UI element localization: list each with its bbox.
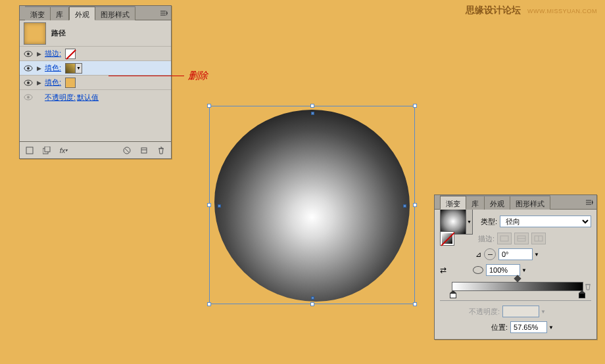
tab-appearance[interactable]: 外观 — [485, 196, 510, 210]
stroke-swatch[interactable] — [440, 231, 454, 246]
gradient-type-select[interactable]: 径向 — [500, 216, 591, 227]
path-thumbnail — [24, 22, 46, 45]
stroke-mode-3-icon — [531, 233, 546, 244]
stop-opacity-row: 不透明度: ▼ — [440, 304, 591, 319]
delete-stop-icon[interactable] — [584, 283, 592, 290]
gradient-ramp[interactable] — [452, 282, 583, 291]
stroke-label: 描边: — [478, 234, 495, 244]
layers-icon[interactable] — [41, 145, 53, 156]
visibility-icon[interactable] — [22, 51, 34, 57]
dropdown-icon: ▼ — [541, 309, 546, 315]
stroke-mode-1-icon — [497, 233, 512, 244]
stroke-mode-2-icon — [514, 233, 529, 244]
aspect-icon — [473, 266, 483, 274]
anchor-point[interactable] — [311, 296, 314, 300]
appearance-header-row: 路径 — [20, 20, 171, 47]
tab-gradient[interactable]: 渐变 — [440, 196, 466, 210]
fill-row-selected[interactable]: ▶ 填色: ▼ — [20, 61, 171, 76]
panel-menu-icon[interactable] — [582, 195, 596, 209]
new-art-icon[interactable] — [24, 145, 36, 156]
tab-library[interactable]: 库 — [466, 196, 485, 210]
panel-menu-icon[interactable] — [157, 6, 171, 20]
aspect-input[interactable] — [486, 264, 520, 276]
tab-graphic-styles[interactable]: 图形样式 — [510, 196, 550, 210]
fill-label[interactable]: 填色: — [45, 63, 61, 73]
resize-handle[interactable] — [413, 104, 417, 108]
visibility-icon[interactable] — [22, 65, 34, 72]
anchor-point[interactable] — [311, 112, 314, 115]
svg-rect-8 — [26, 147, 33, 154]
fill-swatch[interactable] — [65, 63, 76, 74]
stop-position-input[interactable] — [510, 321, 547, 333]
tab-appearance[interactable]: 外观 — [69, 7, 95, 20]
opacity-label: 不透明度: — [469, 307, 500, 317]
appearance-panel: 渐变 库 外观 图形样式 路径 ▶ 描边: ▶ 填色: ▼ ▶ 填色: — [19, 5, 172, 159]
tab-graphic-styles[interactable]: 图形样式 — [95, 7, 135, 20]
path-label: 路径 — [51, 28, 66, 38]
svg-point-3 — [27, 67, 30, 70]
annotation-delete: 删除 — [188, 70, 208, 82]
panel-tabs: 渐变 库 外观 图形样式 — [435, 195, 596, 210]
watermark-url: WWW.MISSYUAN.COM — [527, 8, 597, 14]
svg-point-7 — [27, 96, 30, 99]
visibility-icon[interactable] — [22, 80, 34, 86]
swatch-dropdown-icon[interactable]: ▼ — [76, 63, 82, 74]
trash-icon[interactable] — [155, 145, 167, 156]
svg-rect-12 — [141, 148, 147, 153]
resize-handle[interactable] — [413, 302, 417, 306]
selection-bounding-box[interactable] — [209, 106, 415, 304]
gradient-panel: 渐变 库 外观 图形样式 ▼ 类型: 径向 描边: — [434, 194, 597, 340]
stroke-label[interactable]: 描边: — [45, 49, 61, 58]
gradient-type-row: ▼ 类型: 径向 — [440, 214, 591, 229]
anchor-point[interactable] — [218, 204, 221, 208]
annotation-line — [109, 76, 184, 76]
resize-handle[interactable] — [207, 203, 211, 207]
dropdown-icon[interactable]: ▼ — [534, 252, 539, 258]
opacity-label[interactable]: 不透明度: — [45, 93, 76, 102]
svg-rect-13 — [500, 236, 508, 241]
stop-position-row: 位置: ▼ — [440, 319, 591, 335]
svg-point-5 — [27, 81, 30, 84]
gradient-stop-left[interactable] — [450, 290, 456, 298]
fill-swatch[interactable] — [65, 78, 76, 88]
opacity-row[interactable]: 不透明度: 默认值 — [20, 90, 171, 104]
expand-icon[interactable]: ▶ — [34, 51, 43, 57]
expand-icon[interactable]: ▶ — [34, 65, 43, 72]
expand-icon[interactable]: ▶ — [34, 80, 43, 86]
visibility-icon[interactable] — [22, 94, 34, 101]
duplicate-icon[interactable] — [138, 145, 150, 156]
dropdown-icon[interactable]: ▼ — [548, 325, 554, 330]
fx-icon[interactable]: fx▾ — [58, 145, 70, 156]
angle-icon: ⊿ — [475, 250, 481, 259]
angle-input[interactable] — [498, 248, 533, 260]
reverse-icon[interactable]: ⇄ — [440, 265, 447, 275]
resize-handle[interactable] — [207, 104, 211, 108]
watermark: 思缘设计论坛 WWW.MISSYUAN.COM — [466, 4, 597, 16]
stop-opacity-input — [502, 306, 539, 317]
resize-handle[interactable] — [207, 302, 211, 306]
fill-label[interactable]: 填色: — [45, 78, 61, 87]
clear-icon[interactable] — [121, 145, 133, 156]
watermark-text: 思缘设计论坛 — [466, 5, 521, 15]
panel-footer: fx▾ — [20, 141, 171, 158]
sphere-shape[interactable] — [214, 110, 410, 302]
angle-dial[interactable] — [484, 248, 496, 260]
angle-row: ⊿ ▼ — [440, 246, 591, 262]
fill-row[interactable]: ▶ 填色: — [20, 76, 171, 90]
anchor-point[interactable] — [403, 204, 406, 208]
stroke-swatch[interactable] — [65, 49, 76, 59]
position-label: 位置: — [491, 323, 508, 332]
resize-handle[interactable] — [310, 104, 314, 108]
tab-library[interactable]: 库 — [51, 7, 69, 20]
gradient-stop-right[interactable] — [579, 290, 585, 298]
gradient-thumbnail[interactable] — [440, 208, 466, 235]
dropdown-icon[interactable]: ▼ — [521, 267, 527, 273]
svg-point-1 — [27, 53, 30, 55]
stroke-row[interactable]: ▶ 描边: — [20, 47, 171, 61]
panel-tabs: 渐变 库 外观 图形样式 — [20, 6, 171, 20]
opacity-value[interactable]: 默认值 — [77, 93, 99, 102]
tab-gradient[interactable]: 渐变 — [25, 7, 51, 20]
resize-handle[interactable] — [310, 302, 314, 306]
resize-handle[interactable] — [413, 203, 417, 207]
gradient-dropdown-icon[interactable]: ▼ — [466, 208, 473, 235]
